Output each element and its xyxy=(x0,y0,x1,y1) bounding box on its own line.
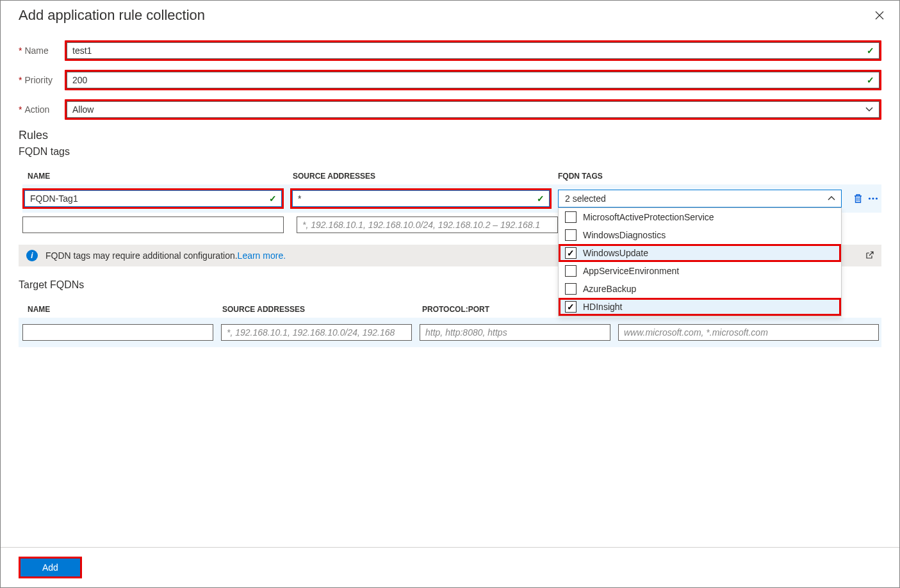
option-label: MicrosoftActiveProtectionService xyxy=(583,212,714,222)
trash-icon xyxy=(853,193,863,204)
name-input[interactable] xyxy=(67,42,880,59)
fqdn-tags-heading: FQDN tags xyxy=(19,146,881,158)
fqdn-row2-name-input[interactable] xyxy=(22,216,284,233)
checkbox[interactable] xyxy=(565,247,577,259)
target-name-input[interactable] xyxy=(22,324,213,341)
svg-point-1 xyxy=(872,197,874,199)
required-asterisk: * xyxy=(19,75,22,85)
checkbox[interactable] xyxy=(565,265,577,277)
option-label: AzureBackup xyxy=(583,284,636,294)
tags-option-1[interactable]: WindowsDiagnostics xyxy=(559,226,841,244)
rules-heading: Rules xyxy=(19,129,881,142)
priority-label: * Priority xyxy=(19,75,65,85)
name-label: * Name xyxy=(19,45,65,56)
required-asterisk: * xyxy=(19,104,22,115)
target-fqdn-input[interactable] xyxy=(618,324,879,341)
dialog-title: Add application rule collection xyxy=(19,7,205,24)
checkbox[interactable] xyxy=(565,283,577,295)
tags-option-3[interactable]: AppServiceEnvironment xyxy=(559,262,841,280)
checkbox[interactable] xyxy=(565,211,577,223)
col-source-header: SOURCE ADDRESSES xyxy=(293,172,558,181)
tcol-name-header: NAME xyxy=(28,305,222,314)
checkbox[interactable] xyxy=(565,229,577,241)
chevron-up-icon xyxy=(828,196,835,201)
tags-option-2[interactable]: WindowsUpdate xyxy=(559,244,841,262)
check-icon: ✓ xyxy=(269,193,277,204)
add-button[interactable]: Add xyxy=(20,559,80,576)
col-tags-header: FQDN TAGS xyxy=(558,172,881,181)
check-icon: ✓ xyxy=(537,193,544,204)
fqdn-tags-dropdown[interactable]: 2 selected MicrosoftActiveProtectionServ… xyxy=(558,190,842,208)
fqdn-tags-panel: MicrosoftActiveProtectionServiceWindowsD… xyxy=(558,208,842,316)
more-icon xyxy=(868,197,878,200)
option-label: WindowsDiagnostics xyxy=(583,230,666,240)
fqdn-row1-source-input[interactable] xyxy=(292,190,550,207)
target-protocol-input[interactable] xyxy=(420,324,610,341)
option-label: HDInsight xyxy=(583,302,622,312)
option-label: WindowsUpdate xyxy=(583,248,648,258)
action-select[interactable]: Allow xyxy=(67,101,880,118)
info-icon: i xyxy=(26,250,38,261)
delete-row-button[interactable] xyxy=(852,193,863,204)
info-text: FQDN tags may require additional configu… xyxy=(45,250,238,261)
tags-option-0[interactable]: MicrosoftActiveProtectionService xyxy=(559,208,841,226)
learn-more-link[interactable]: Learn more. xyxy=(238,250,286,261)
tags-option-5[interactable]: HDInsight xyxy=(559,298,841,316)
required-asterisk: * xyxy=(19,45,22,56)
dialog-header: Add application rule collection xyxy=(1,1,899,28)
tags-option-4[interactable]: AzureBackup xyxy=(559,280,841,298)
fqdn-row1-name-input[interactable] xyxy=(24,190,282,207)
check-icon: ✓ xyxy=(867,45,874,56)
checkbox[interactable] xyxy=(565,301,577,313)
fqdn-table-header: NAME SOURCE ADDRESSES FQDN TAGS xyxy=(28,168,881,184)
target-row-1 xyxy=(19,318,881,347)
more-row-button[interactable] xyxy=(867,197,879,200)
col-name-header: NAME xyxy=(28,172,293,181)
svg-point-2 xyxy=(876,197,878,199)
tcol-source-header: SOURCE ADDRESSES xyxy=(222,305,422,314)
external-link-icon[interactable] xyxy=(865,251,874,260)
fqdn-row-1: ✓ ✓ 2 selected MicrosoftActiveProtection… xyxy=(22,184,881,213)
fqdn-row2-source-input[interactable] xyxy=(297,216,558,233)
priority-input[interactable] xyxy=(67,72,880,88)
option-label: AppServiceEnvironment xyxy=(583,266,679,276)
action-label: * Action xyxy=(19,104,65,115)
svg-point-0 xyxy=(869,197,871,199)
dialog-footer: Add xyxy=(1,547,899,587)
close-icon xyxy=(875,11,884,20)
close-button[interactable] xyxy=(872,8,887,22)
check-icon: ✓ xyxy=(867,75,874,85)
target-source-input[interactable] xyxy=(221,324,412,341)
